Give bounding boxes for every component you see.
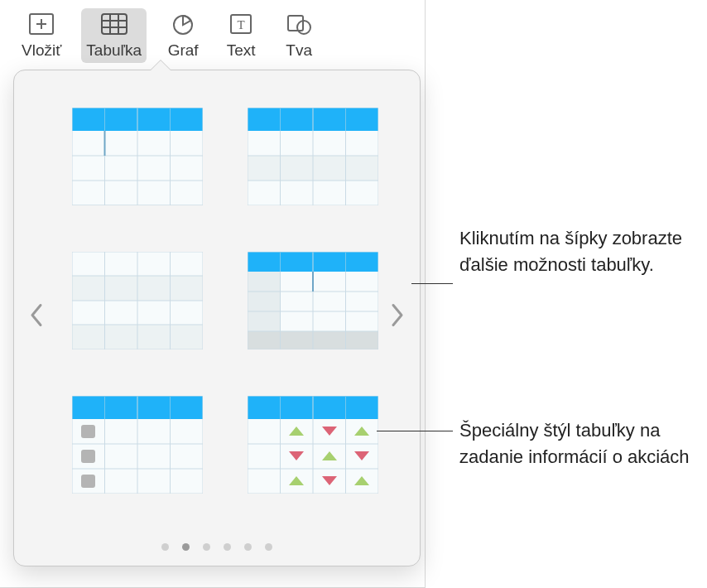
page-dot[interactable] <box>224 543 231 551</box>
callout-line <box>411 283 453 284</box>
table-style-checkboxes[interactable] <box>72 396 203 510</box>
callout-arrow-tip: Kliknutím na šípky zobrazte ďalšie možno… <box>459 225 707 278</box>
svg-rect-3 <box>102 14 127 34</box>
toolbar-chart[interactable]: Graf <box>161 8 204 63</box>
table-style-plain[interactable] <box>72 252 203 366</box>
callout-stocks-tip: Špeciálny štýl tabuľky na zadanie inform… <box>459 417 707 470</box>
page-dot[interactable] <box>182 543 190 551</box>
svg-rect-51 <box>248 272 281 331</box>
shape-icon <box>282 12 315 38</box>
svg-rect-71 <box>81 425 95 438</box>
chart-icon <box>166 12 200 38</box>
toolbar-text[interactable]: T Text <box>219 8 262 63</box>
svg-rect-72 <box>81 450 95 463</box>
page-dot[interactable] <box>265 543 272 551</box>
page-dot[interactable] <box>161 543 169 551</box>
table-icon <box>98 12 131 38</box>
toolbar-label: Text <box>227 41 256 60</box>
svg-rect-11 <box>288 16 303 31</box>
prev-arrow-icon[interactable] <box>24 297 49 340</box>
popover-arrow <box>150 60 171 71</box>
table-style-popover <box>13 70 421 566</box>
page-dot[interactable] <box>244 543 252 551</box>
svg-text:T: T <box>238 18 245 31</box>
table-style-grid <box>14 70 420 528</box>
insert-icon <box>25 12 58 38</box>
callout-line <box>377 431 453 431</box>
toolbar-table[interactable]: Tabuľka <box>81 8 147 63</box>
toolbar-label: Tabuľka <box>86 41 142 60</box>
next-arrow-icon[interactable] <box>385 297 410 340</box>
toolbar-label: Graf <box>168 41 199 60</box>
table-style-header-footer[interactable] <box>248 252 378 366</box>
page-indicator <box>14 543 420 551</box>
text-icon: T <box>224 12 257 38</box>
table-style-header-blue[interactable] <box>72 108 203 222</box>
toolbar-label: Tva <box>286 41 312 60</box>
svg-rect-73 <box>81 475 95 488</box>
toolbar-label: Vložiť <box>22 41 61 60</box>
table-style-stocks[interactable] <box>248 396 378 510</box>
toolbar: Vložiť Tabuľka Graf T Text Tva <box>0 0 422 80</box>
page-dot[interactable] <box>203 543 210 551</box>
toolbar-shape[interactable]: Tva <box>277 8 320 63</box>
toolbar-insert[interactable]: Vložiť <box>17 8 66 63</box>
table-style-header-column[interactable] <box>248 108 378 222</box>
